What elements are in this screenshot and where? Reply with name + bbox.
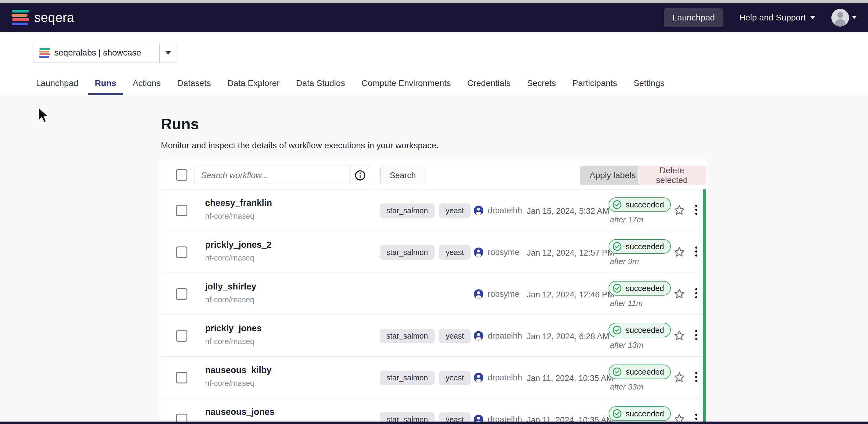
launchpad-button[interactable]: Launchpad bbox=[664, 8, 723, 27]
user-menu[interactable] bbox=[831, 9, 857, 27]
tab-compute-environments[interactable]: Compute Environments bbox=[355, 78, 458, 95]
tab-credentials[interactable]: Credentials bbox=[461, 78, 517, 95]
status-text: succeeded bbox=[626, 325, 664, 335]
check-circle-icon bbox=[612, 283, 622, 293]
run-user-name: drpatelhh bbox=[488, 331, 522, 341]
status-badge: succeeded bbox=[609, 197, 671, 212]
star-icon[interactable] bbox=[673, 288, 685, 301]
status-badge: succeeded bbox=[609, 323, 671, 337]
main-content: Runs Monitor and inspect the details of … bbox=[0, 96, 868, 424]
row-checkbox[interactable] bbox=[176, 247, 187, 258]
brand-logo[interactable]: seqera bbox=[11, 10, 74, 25]
workspace-dropdown-button[interactable] bbox=[160, 43, 177, 63]
kebab-menu-icon[interactable] bbox=[693, 370, 699, 384]
tab-participants[interactable]: Participants bbox=[566, 78, 624, 95]
help-and-support-menu[interactable]: Help and Support bbox=[739, 13, 815, 23]
kebab-menu-icon[interactable] bbox=[693, 203, 699, 217]
label-pill[interactable]: star_salmon bbox=[380, 329, 435, 343]
star-icon[interactable] bbox=[673, 371, 685, 385]
run-user-cell: drpatelhh bbox=[473, 331, 522, 341]
kebab-menu-icon[interactable] bbox=[693, 328, 699, 342]
label-pill[interactable]: yeast bbox=[439, 245, 471, 260]
run-name-link[interactable]: jolly_shirley bbox=[205, 282, 256, 292]
avatar-icon bbox=[831, 9, 849, 27]
table-row: cheesy_franklin nf-core/rnaseq star_salm… bbox=[161, 189, 706, 231]
run-name-link[interactable]: prickly_jones_2 bbox=[205, 240, 272, 250]
label-pill[interactable]: yeast bbox=[439, 203, 471, 218]
star-icon[interactable] bbox=[673, 329, 685, 343]
status-accent-bar bbox=[703, 189, 706, 424]
label-pill[interactable]: yeast bbox=[439, 370, 471, 385]
star-icon[interactable] bbox=[673, 204, 685, 218]
top-navbar: seqera Launchpad Help and Support bbox=[0, 3, 868, 32]
kebab-menu-icon[interactable] bbox=[693, 244, 699, 258]
apply-labels-button[interactable]: Apply labels bbox=[580, 166, 646, 185]
run-duration: after 13m bbox=[609, 340, 676, 350]
workspace-logo-icon bbox=[39, 48, 50, 58]
run-labels: star_salmonyeast bbox=[380, 245, 471, 260]
run-duration: after 9m bbox=[609, 257, 676, 266]
workspace-and-tabs-band: seqeralabs | showcase Launchpad Runs Act… bbox=[0, 32, 868, 95]
status-text: succeeded bbox=[626, 367, 664, 377]
search-button[interactable]: Search bbox=[380, 166, 426, 185]
run-name-link[interactable]: nauseous_kilby bbox=[205, 365, 272, 375]
tab-secrets[interactable]: Secrets bbox=[520, 78, 563, 95]
label-pill[interactable]: star_salmon bbox=[380, 245, 435, 260]
seqera-logo-icon bbox=[11, 10, 29, 25]
tab-settings[interactable]: Settings bbox=[627, 78, 671, 95]
runs-toolbar: Search Apply labels Delete selected bbox=[161, 161, 706, 189]
table-row: nauseous_jones nf-core/rnaseq star_salmo… bbox=[161, 398, 706, 424]
run-status-cell: succeeded after 11m bbox=[609, 281, 676, 308]
label-pill[interactable]: yeast bbox=[439, 329, 471, 343]
run-pipeline: nf-core/rnaseq bbox=[205, 337, 261, 346]
run-name-link[interactable]: nauseous_jones bbox=[205, 407, 274, 417]
help-and-support-label: Help and Support bbox=[739, 13, 806, 23]
row-checkbox[interactable] bbox=[176, 330, 187, 341]
tab-data-studios[interactable]: Data Studios bbox=[289, 78, 351, 95]
check-circle-icon bbox=[612, 409, 622, 419]
page-subtitle: Monitor and inspect the details of workf… bbox=[161, 141, 439, 151]
workspace-selector[interactable]: seqeralabs | showcase bbox=[33, 43, 177, 63]
tab-actions[interactable]: Actions bbox=[126, 78, 167, 95]
run-labels: star_salmonyeast bbox=[380, 329, 471, 343]
check-circle-icon bbox=[612, 367, 622, 377]
run-name-link[interactable]: cheesy_franklin bbox=[205, 198, 272, 208]
page-title: Runs bbox=[161, 115, 199, 133]
kebab-menu-icon[interactable] bbox=[693, 287, 699, 300]
chevron-down-icon bbox=[852, 16, 857, 19]
window-chrome-strip bbox=[0, 0, 868, 3]
run-main-cell: prickly_jones nf-core/rnaseq bbox=[205, 323, 261, 346]
select-all-checkbox[interactable] bbox=[176, 169, 187, 181]
brand-wordmark: seqera bbox=[34, 10, 74, 25]
run-user-cell: drpatelhh bbox=[473, 372, 522, 383]
row-checkbox[interactable] bbox=[176, 372, 187, 384]
tab-datasets[interactable]: Datasets bbox=[170, 78, 218, 95]
row-checkbox[interactable] bbox=[176, 288, 187, 300]
status-text: succeeded bbox=[626, 200, 664, 209]
workspace-name: seqeralabs | showcase bbox=[54, 48, 159, 58]
table-row: jolly_shirley nf-core/rnaseq robsyme Jan… bbox=[161, 273, 706, 315]
status-badge: succeeded bbox=[609, 406, 671, 421]
run-date: Jan 15, 2024, 5:32 AM bbox=[527, 206, 609, 216]
run-date: Jan 11, 2024, 10:35 AM bbox=[527, 374, 613, 383]
run-user-name: robsyme bbox=[488, 290, 520, 299]
run-name-link[interactable]: prickly_jones bbox=[205, 323, 261, 333]
run-user-cell: robsyme bbox=[473, 247, 520, 257]
tab-data-explorer[interactable]: Data Explorer bbox=[221, 78, 286, 95]
status-text: succeeded bbox=[626, 409, 664, 419]
info-icon[interactable] bbox=[349, 166, 371, 185]
run-status-cell: succeeded after 17m bbox=[609, 197, 676, 225]
table-row: nauseous_kilby nf-core/rnaseq star_salmo… bbox=[161, 357, 706, 398]
tab-launchpad[interactable]: Launchpad bbox=[29, 78, 85, 95]
label-pill[interactable]: star_salmon bbox=[380, 203, 435, 218]
star-icon[interactable] bbox=[673, 246, 685, 259]
delete-selected-button[interactable]: Delete selected bbox=[638, 166, 706, 185]
label-pill[interactable]: star_salmon bbox=[380, 370, 435, 385]
chevron-down-icon bbox=[165, 51, 171, 55]
person-circle-icon bbox=[473, 289, 484, 299]
row-checkbox[interactable] bbox=[176, 205, 187, 216]
person-circle-icon bbox=[473, 372, 484, 383]
run-date: Jan 12, 2024, 6:28 AM bbox=[527, 332, 609, 341]
tab-runs[interactable]: Runs bbox=[88, 78, 123, 95]
search-input[interactable] bbox=[194, 166, 349, 185]
